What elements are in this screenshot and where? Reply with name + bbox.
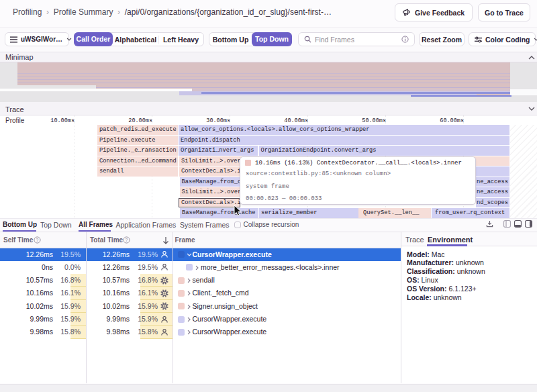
svg-text:?: ? bbox=[126, 238, 128, 242]
svg-text:?: ? bbox=[36, 238, 39, 242]
